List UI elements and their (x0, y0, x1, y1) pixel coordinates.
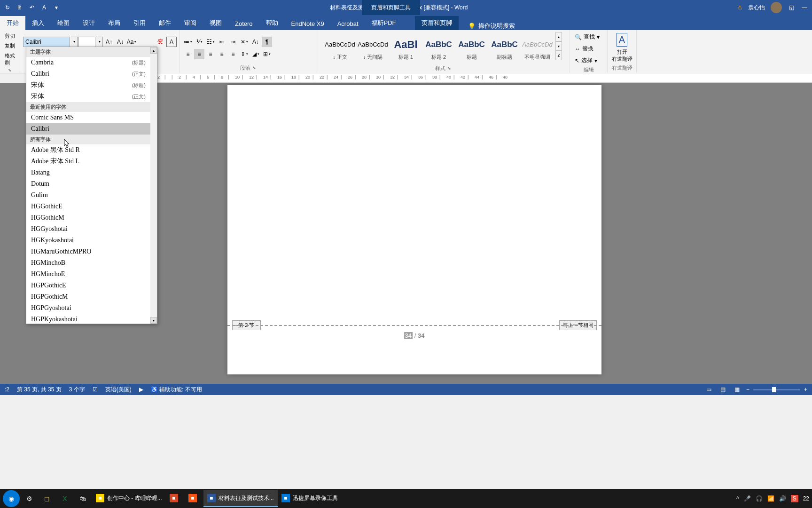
taskbar-app[interactable]: ■ (185, 490, 203, 507)
font-option[interactable]: HGGothicE (26, 201, 150, 212)
translate-icon[interactable]: A (617, 33, 627, 47)
user-avatar[interactable] (771, 2, 782, 13)
autosave-icon[interactable]: ↻ (4, 4, 11, 11)
font-option[interactable]: 宋体(标题) (26, 79, 150, 91)
increase-indent-icon[interactable]: ⇥ (228, 37, 238, 47)
tab-help[interactable]: 帮助 (259, 16, 285, 30)
style-item[interactable]: AaBbCcDd不明显强调 (522, 34, 554, 62)
sticky-notes-icon[interactable]: ◻ (39, 490, 55, 507)
tab-review[interactable]: 审阅 (178, 16, 203, 30)
minimize-icon[interactable]: — (801, 4, 808, 11)
paragraph-launcher-icon[interactable]: ⬊ (252, 65, 256, 70)
print-layout-icon[interactable]: ▤ (718, 385, 728, 394)
page-number-field[interactable]: 34 / 34 (404, 332, 425, 339)
tab-insert[interactable]: 插入 (25, 16, 51, 30)
status-section[interactable]: :2 (5, 386, 9, 393)
align-left-icon[interactable]: ≡ (183, 49, 193, 59)
clipboard-launcher-icon[interactable]: ⬊ (8, 68, 12, 72)
style-item[interactable]: AaBbCcDd↓ 无间隔 (357, 34, 389, 62)
font-option[interactable]: Gulim (26, 190, 150, 201)
tab-header-footer[interactable]: 页眉和页脚 (415, 16, 459, 30)
font-option[interactable]: HGMaruGothicMPRO (26, 246, 150, 257)
style-item[interactable]: AaBbC标题 2 (423, 34, 455, 62)
scroll-track[interactable] (150, 54, 157, 317)
tab-foxit[interactable]: 福昕PDF (365, 16, 403, 30)
font-option[interactable]: HGMinchoB (26, 257, 150, 269)
borders-icon[interactable]: ⊞ (262, 49, 272, 59)
numbering-icon[interactable]: ⅟ (194, 37, 204, 47)
tray-headphone-icon[interactable]: 🎧 (756, 495, 763, 502)
replace-button[interactable]: ↔替换 (573, 44, 604, 54)
font-option[interactable]: Calibri (26, 123, 150, 135)
zoom-in-icon[interactable]: + (804, 386, 807, 393)
style-item[interactable]: AaBbC标题 (456, 34, 488, 62)
qat-customize-icon[interactable]: ▾ (53, 4, 60, 11)
style-gallery[interactable]: AaBbCcDd↓ 正文AaBbCcDd↓ 无间隔AaBl标题 1AaBbC标题… (324, 32, 554, 64)
font-option[interactable]: Comic Sans MS (26, 112, 150, 123)
distributed-icon[interactable]: ≡ (228, 49, 238, 59)
undo-icon[interactable]: ↶ (28, 4, 36, 11)
style-item[interactable]: AaBl标题 1 (390, 34, 422, 62)
align-center-icon[interactable]: ≡ (194, 49, 204, 59)
tab-mailings[interactable]: 邮件 (152, 16, 178, 30)
scroll-up-icon[interactable]: ▴ (150, 47, 157, 54)
styles-launcher-icon[interactable]: ⬊ (447, 66, 451, 71)
font-name-input[interactable] (23, 37, 70, 47)
scroll-down-icon[interactable]: ▾ (150, 317, 157, 324)
tray-wifi-icon[interactable]: 📶 (767, 495, 774, 502)
status-language[interactable]: 英语(美国) (105, 386, 132, 394)
styles-up-icon[interactable]: ▴ (555, 32, 562, 41)
tab-draw[interactable]: 绘图 (51, 16, 76, 30)
page[interactable]: - 第 2 节 - 与上一节相同 34 / 34 (227, 85, 601, 374)
web-layout-icon[interactable]: ▦ (732, 385, 742, 394)
character-border-icon[interactable]: A (166, 37, 177, 47)
warning-icon[interactable]: ⚠ (737, 4, 742, 11)
size-dropdown-arrow[interactable]: ▾ (96, 37, 103, 47)
font-option[interactable]: Dotum (26, 178, 150, 190)
taskbar-app[interactable]: ■迅捷屏幕录像工具 (278, 490, 342, 507)
copy-button[interactable]: 复制 (3, 42, 17, 50)
tab-zotero[interactable]: Zotero (228, 17, 259, 30)
align-right-icon[interactable]: ≡ (205, 49, 216, 59)
read-mode-icon[interactable]: ▭ (704, 385, 714, 394)
font-option[interactable]: HGPKyokashotai (26, 314, 150, 324)
ribbon-display-icon[interactable]: ◱ (788, 4, 795, 11)
taskbar-app[interactable]: ■ (166, 490, 185, 507)
style-item[interactable]: AaBbCcDd↓ 正文 (324, 34, 356, 62)
grow-font-icon[interactable]: A↑ (104, 37, 114, 47)
show-marks-icon[interactable]: ¶ (262, 37, 272, 47)
font-option[interactable]: Adobe 宋体 Std L (26, 156, 150, 167)
status-word-count[interactable]: 3 个字 (69, 386, 85, 394)
touch-mode-icon[interactable]: A (40, 4, 48, 11)
tab-home[interactable]: 开始 (0, 16, 25, 30)
macro-icon[interactable]: ▶ (139, 386, 143, 393)
status-accessibility[interactable]: ♿ 辅助功能: 不可用 (151, 386, 202, 394)
taskbar-time[interactable]: 22 (803, 495, 809, 502)
font-option[interactable]: Batang (26, 167, 150, 178)
shrink-font-icon[interactable]: A↓ (115, 37, 125, 47)
phonetic-guide-icon[interactable]: 变 (155, 37, 165, 47)
font-option[interactable]: 宋体(正文) (26, 91, 150, 102)
sort-icon[interactable]: A↓ (250, 37, 261, 47)
taskbar-app[interactable]: ■材料表征及测试技术... (203, 490, 278, 507)
tray-mic-icon[interactable]: 🎤 (744, 495, 751, 502)
tab-layout[interactable]: 布局 (102, 16, 127, 30)
start-button[interactable]: ◉ (3, 490, 20, 507)
user-name[interactable]: 袁心怡 (748, 4, 765, 12)
font-option[interactable]: HGKyokashotai (26, 235, 150, 246)
change-case-icon[interactable]: Aa (126, 37, 137, 47)
tray-ime-icon[interactable]: S (791, 495, 798, 502)
translate-button[interactable]: 打开 有道翻译 (612, 48, 632, 63)
store-icon[interactable]: 🛍 (74, 490, 91, 507)
font-option[interactable]: HGPGyoshotai (26, 302, 150, 314)
font-option[interactable]: Calibri(正文) (26, 68, 150, 79)
tab-references[interactable]: 引用 (127, 16, 152, 30)
tray-volume-icon[interactable]: 🔊 (779, 495, 786, 502)
font-option[interactable]: HGGothicM (26, 212, 150, 223)
tab-design[interactable]: 设计 (76, 16, 102, 30)
styles-down-icon[interactable]: ▾ (555, 41, 562, 51)
style-item[interactable]: AaBbC副标题 (489, 34, 521, 62)
font-option[interactable]: HGGyoshotai (26, 223, 150, 235)
select-button[interactable]: ↖选择 ▾ (573, 56, 604, 65)
taskbar-app[interactable]: ■创作中心 - 哔哩哔哩... (92, 490, 166, 507)
